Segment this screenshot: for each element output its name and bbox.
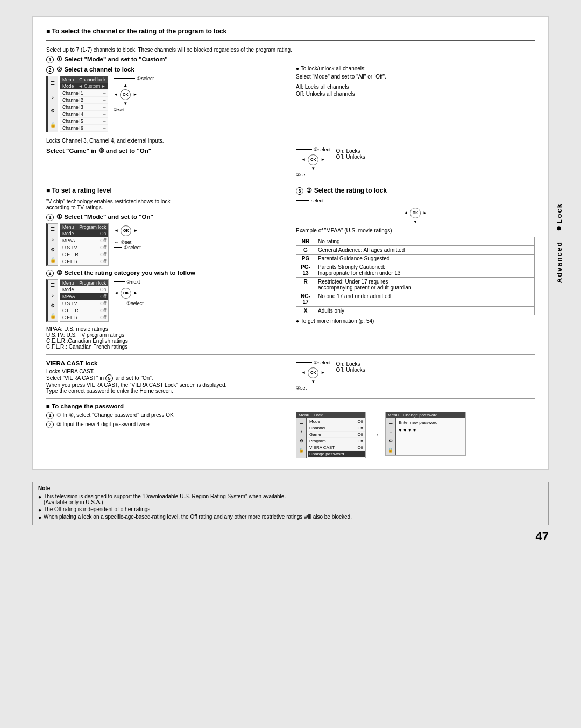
prog-left2: ◄ [114,291,118,295]
right-arrow: ► [133,93,137,97]
prog-nav-row1: ◄ OK ► [114,224,138,237]
rating-code-pg: PG [296,254,315,263]
circle-pw1: 1 [46,412,54,419]
rating-code-nr: NR [296,237,315,245]
rating-section: ■ To set a rating level "V-chip" technol… [46,187,535,350]
info-note: ● To get more information (p. 54) [296,318,535,324]
set-arrow-row: ②set [114,107,124,112]
prog-ok1[interactable]: OK [121,225,131,236]
settings-icon: ⚙ [49,107,56,115]
channel-lock-diagram: ☰ ♪ ⚙ 🔒 Menu Channel lock [46,76,108,132]
viera-select-line [296,362,312,363]
viera-right-arrow: ► [321,371,325,375]
prog-next-row: ②next [114,279,140,285]
rating-step1-heading: 1 ① Select "Mode" and set to "On" [46,213,285,221]
prog-next-line [114,281,125,282]
game-ok-button[interactable]: OK [308,154,318,165]
rating-select-line [296,200,309,201]
prog-menu-icon2: ☰ [49,281,56,289]
rating-row-nr: NR No rating [296,237,535,245]
diagram-row-ch1: Channel 1 – [60,90,108,97]
diagram-header: Menu Channel lock [60,76,108,83]
program-lock-diagram2: ☰ ♪ ⚙ 🔒 Menu Program lock [46,279,109,322]
prog-right2: ► [133,291,138,295]
viera-nav-area: ①select ◄ OK ► ▼ [296,360,535,391]
channel-lock-left: 2 ② Select a channel to lock ☰ ♪ ⚙ 🔒 [46,66,285,135]
game-left: Select "Game" in ⑤ and set to "On" [46,147,285,178]
lock-menu-ui: Menu Lock ☰ ♪ ⚙ 🔒 [296,412,366,458]
rating-select-arrows: select [296,198,535,203]
lock-menu-icons: ☰ ♪ ⚙ 🔒 [296,418,307,458]
circle-r3: 3 [296,187,303,195]
pw-dots-display: ● ● ● ● [399,427,463,434]
viera-select-row: ①select [296,360,331,365]
viera-right: ①select ◄ OK ► ▼ [296,360,535,394]
enter-pw-label: Enter new password. [399,420,463,425]
bullet-1: ● [38,494,41,500]
viera-line2: Select "VIERA CAST" in 5 and set to "On"… [46,374,285,382]
side-labels: Lock Advanced [549,16,569,470]
prog-nav2: ②next ◄ OK ► ①selec [114,279,144,306]
circle-1: 1 [46,56,54,63]
viera-line3: When you press VIERA CAST, the "VIERA CA… [46,382,285,388]
pw-arrow: → [371,430,380,439]
rating-desc-pg: Parental Guidance Suggested [315,254,535,263]
prog-lock-icon: 🔒 [49,256,56,264]
password-section: ■ To change the password 1 ① In ④, selec… [46,403,535,458]
lm-music-icon: ♪ [297,428,305,436]
prog-right1: ► [133,229,138,233]
pw-step2: 2 ② Input the new 4-digit password twice [46,421,285,428]
ratings-table: NR No rating G General Audience: All age… [296,237,535,315]
viera-on-off: On: Locks Off: Unlocks [336,361,365,373]
all-locks-label: All: Locks all channels [296,84,535,90]
lm-menu-icon: ☰ [297,419,305,427]
step1-heading: 1 ① Select "Mode" and set to "Custom" [46,55,535,63]
lock-icon: 🔒 [49,121,56,129]
advanced-label: Advanced [555,241,563,283]
game-nav-cluster: ◄ OK ► ▼ [296,153,331,171]
rating-desc-nr: No rating [315,237,535,245]
ok-button-channel[interactable]: OK [120,89,131,100]
channel-lock-content: Menu Channel lock Mode ◄ Custom ► Channe… [60,76,108,132]
select-rating-heading: 3 ③ Select the rating to lock [296,187,535,195]
prog-row-cflr: C.F.L.R. Off [60,258,108,265]
viera-heading: VIERA CAST lock [46,360,285,366]
game-nav-row: ◄ OK ► [301,153,325,166]
channel-lock-diagram-container: ☰ ♪ ⚙ 🔒 Menu Channel lock [46,76,285,132]
program-lock-diagram1-container: ☰ ♪ ⚙ 🔒 Menu Program lock [46,223,285,266]
rating-code-pg13: PG-13 [296,263,315,277]
rating-nav-row: ◄ OK ► [403,207,427,220]
lm-row-program: ProgramOff [308,438,365,444]
vchip-text1: "V-chip" technology enables restricted s… [46,199,285,204]
viera-left: VIERA CAST lock Locks VIERA CAST. Select… [46,360,285,394]
change-pw-content: Enter new password. ● ● ● ● [396,418,465,455]
lock-unlock-detail: Select "Mode" and set to "All" or "Off". [296,74,535,80]
prog-header1: Menu Program lock [60,224,108,230]
rating-code-g: G [296,245,315,254]
game-set-label: ②set [296,172,331,178]
game-heading: Select "Game" in ⑤ and set to "On" [46,147,285,154]
lm-lock-icon: 🔒 [297,447,305,454]
prog-music-icon2: ♪ [49,292,56,299]
vchip-text2: according to TV ratings. [46,204,285,210]
rating-desc-g: General Audience: All ages admitted [315,245,535,254]
pw-diagrams: Menu Lock ☰ ♪ ⚙ 🔒 [296,412,535,458]
viera-down-arrow: ▼ [311,380,315,384]
rating-ok-button[interactable]: OK [410,208,421,218]
rating-step2-heading: 2 ② Select the rating category you wish … [46,269,285,277]
lock-menu-body: ☰ ♪ ⚙ 🔒 ModeOff ChannelOff GameOff [296,418,365,458]
password-heading: ■ To change the password [46,403,535,409]
prog-ok2[interactable]: OK [121,288,131,299]
prog2-row-mode: Mode On [60,286,108,293]
bullet-3: ● [38,514,41,520]
change-pw-body: ☰ ♪ ⚙ 🔒 Enter new password. ● ● ● ● [386,418,465,455]
game-on-off: On: Locks Off: Unlocks [336,148,365,160]
nav-cluster-channel: ▲ ◄ OK ► ▼ [114,83,137,106]
lock-label: Lock [555,203,563,230]
example-text: Example of "MPAA" (U.S. movie ratings) [296,228,535,234]
divider-mid [46,182,535,182]
circle-r2: 2 [46,270,54,277]
diagram-row-ch6: Channel 6 – [60,125,108,132]
pw-step1: 1 ① In ④, select "Change password" and p… [46,412,285,419]
viera-ok-button[interactable]: OK [308,367,318,378]
